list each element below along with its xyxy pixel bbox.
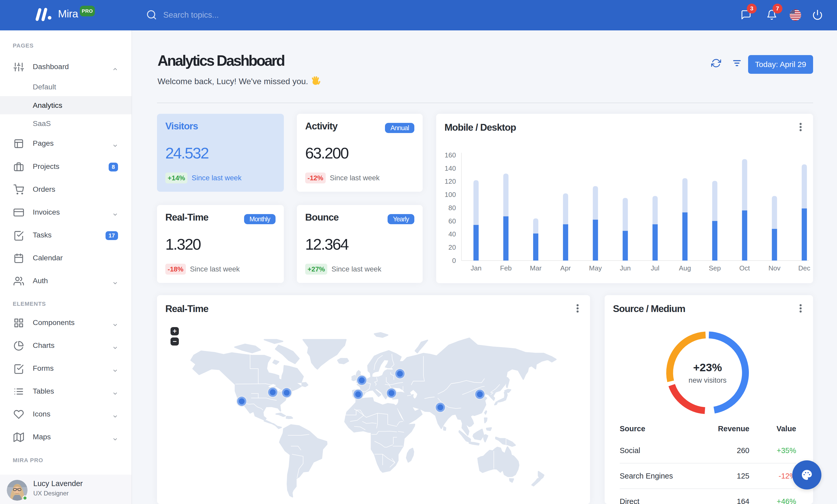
svg-text:0: 0 — [452, 257, 456, 264]
svg-text:100: 100 — [445, 191, 456, 199]
svg-text:60: 60 — [448, 217, 456, 225]
svg-text:Apr: Apr — [560, 264, 571, 272]
svg-text:Nov: Nov — [768, 264, 780, 272]
svg-text:140: 140 — [445, 165, 456, 172]
svg-text:Oct: Oct — [739, 264, 750, 272]
svg-text:Feb: Feb — [500, 264, 512, 272]
svg-text:Aug: Aug — [679, 264, 691, 272]
svg-text:Sep: Sep — [709, 264, 721, 272]
svg-text:Jul: Jul — [651, 264, 659, 272]
svg-text:80: 80 — [448, 204, 456, 212]
svg-text:Jan: Jan — [470, 264, 481, 272]
svg-text:20: 20 — [448, 243, 456, 251]
svg-text:May: May — [589, 264, 602, 272]
svg-text:Dec: Dec — [798, 264, 810, 272]
svg-text:120: 120 — [445, 178, 456, 185]
svg-text:Jun: Jun — [620, 264, 630, 272]
svg-text:40: 40 — [448, 230, 456, 238]
svg-text:Mar: Mar — [530, 264, 542, 272]
svg-text:160: 160 — [445, 151, 456, 159]
